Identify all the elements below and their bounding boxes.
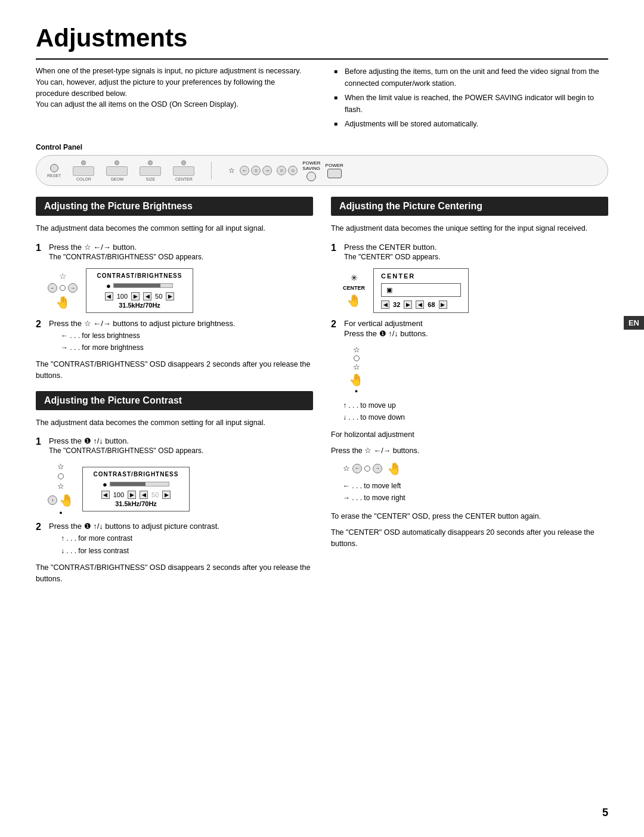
- osd-bar1: [113, 283, 173, 288]
- step1-osd-note: The "CONTRAST/BRIGHTNESS" OSD appears.: [49, 253, 313, 261]
- contrast-sub2: ↓ . . . for less contrast: [61, 545, 313, 557]
- osd-bar-row1: ●: [94, 281, 185, 290]
- centering-header: Adjusting the Picture Centering: [331, 197, 608, 216]
- vert-diagram: ☆ ☆ 🤚 ●: [349, 345, 608, 394]
- brightness-step2: 2 Press the ☆ ←/→ buttons to adjust pict…: [36, 319, 313, 354]
- step-num-2b: 2: [36, 319, 45, 354]
- cp-arr-left: ←: [240, 166, 249, 175]
- cp-color-btn: COLOR: [73, 160, 94, 181]
- step2b-content: Press the ☆ ←/→ buttons to adjust pictur…: [49, 319, 313, 354]
- center-osd-inner: ▣: [381, 283, 461, 297]
- centering-step1-content: Press the CENTER button. The "CENTER" OS…: [344, 243, 608, 262]
- contrast-osd-icons: ☆ ☆ ↑ 🤚 ●: [48, 462, 74, 516]
- brightness-header: Adjusting the Picture Brightness: [36, 197, 313, 216]
- osd-val1: 100: [117, 293, 128, 300]
- left-arrow-icon: ←: [48, 283, 57, 293]
- intro-section: When one of the preset-type signals is i…: [36, 66, 608, 132]
- osd-title: CONTRAST/BRIGHTNESS: [94, 272, 185, 279]
- sun-icon-c2: ☆: [57, 482, 64, 491]
- intro-left: When one of the preset-type signals is i…: [36, 66, 310, 132]
- cp-center-btn: CENTER: [173, 160, 194, 181]
- contrast-step2-text: Press the ❶ ↑/↓ buttons to adjust pictur…: [49, 522, 313, 531]
- left-column: Adjusting the Picture Brightness The adj…: [36, 197, 313, 589]
- page-number: 5: [602, 807, 608, 819]
- centering-step2-text: For vertical adjustment: [344, 319, 608, 328]
- cp-vert-arrows: ○ ○: [277, 166, 298, 175]
- intro-p3: You can adjust the all items on the OSD …: [36, 99, 310, 110]
- erase-note1: To erase the "CENTER" OSD, press the CEN…: [331, 511, 608, 522]
- intro-bullets: Before adjusting the items, turn on the …: [334, 66, 608, 130]
- osd-freq: 31.5kHz/70Hz: [94, 302, 185, 309]
- osd-values-row1: ◀ 100 ▶ ◀ 50 ▶: [94, 292, 185, 300]
- sun-icon-osd: ☆: [59, 271, 67, 281]
- contrast-body: The adjustment data becomes the common s…: [36, 417, 313, 429]
- centering-step1: 1 Press the CENTER button. The "CENTER" …: [331, 243, 608, 262]
- osd-bar1-fill: [114, 284, 160, 287]
- brightness-note: The "CONTRAST/BRIGHTNESS" OSD disappears…: [36, 359, 313, 382]
- contrast-bar-fill: [110, 482, 145, 486]
- power-saving-indicator: [306, 172, 316, 181]
- cp-nav-arrows: ← ○ →: [240, 166, 272, 175]
- intro-bullet-3: Adjustments will be stored automatically…: [334, 118, 608, 130]
- contrast-vert-arrows: ↑ 🤚: [48, 493, 74, 507]
- up-arr: ↑: [48, 495, 57, 505]
- cen-right2: ▶: [439, 300, 447, 309]
- step1-text: Press the ☆ ←/→ button.: [49, 243, 313, 252]
- contrast-osd-values: ◀ 100 ▶ ◀ 50 ▶: [90, 491, 182, 499]
- c-osd-right1: ▶: [128, 491, 136, 499]
- contrast-step1-text: Press the ❶ ↑/↓ button.: [49, 436, 313, 445]
- center-label-sm: CENTER: [343, 285, 365, 291]
- center-sun-icon: ✳: [351, 273, 358, 283]
- hand-icon: 🤚: [55, 295, 70, 309]
- centering-step2-content: For vertical adjustment Press the ❶ ↑/↓ …: [344, 319, 608, 339]
- hand-icon-center: 🤚: [346, 293, 361, 308]
- osd-left-btn2: ◀: [143, 292, 151, 300]
- osd-right-btn2: ▶: [166, 292, 174, 300]
- erase-note2: The "CENTER" OSD automatically disappear…: [331, 527, 608, 550]
- center-osd-icons: ✳ CENTER 🤚: [343, 273, 365, 308]
- control-panel-diagram: RESET COLOR GEOM SIZE CENTER ☆ ← ○ → ○ ○…: [36, 155, 608, 186]
- brightness-body: The adjustment data becomes the common s…: [36, 223, 313, 234]
- center-val2: 68: [428, 301, 435, 308]
- contrast-bar-row: ●: [90, 480, 182, 489]
- cp-size-btn: SIZE: [140, 160, 161, 181]
- centering-step2-sub: Press the ❶ ↑/↓ buttons.: [344, 329, 608, 338]
- vert-circle1: [354, 355, 360, 361]
- contrast-dot: ●: [103, 480, 107, 489]
- centering-body: The adjustment data becomes the unique s…: [331, 223, 608, 234]
- osd-left-btn: ◀: [105, 292, 113, 300]
- vert-sub-steps: ↑ . . . to move up ↓ . . . to move down: [343, 400, 608, 423]
- horiz-sub-steps: ← . . . to move left → . . . to move rig…: [343, 480, 608, 504]
- contrast-osd-title: CONTRAST/BRIGHTNESS: [90, 471, 182, 478]
- contrast-osd-box: CONTRAST/BRIGHTNESS ● ◀ 100 ▶ ◀ 50 ▶: [82, 467, 190, 512]
- horiz-right-txt: → . . . to move right: [343, 492, 608, 504]
- sub-step-less: ← . . . for less brightness: [61, 330, 313, 342]
- horiz-left-txt: ← . . . to move left: [343, 480, 608, 492]
- h-hand: 🤚: [387, 461, 402, 476]
- horiz-label: For holizontal adjustment: [331, 429, 608, 441]
- contrast-osd-diagram: ☆ ☆ ↑ 🤚 ● CONTRAST/BRIGHTNESS ●: [48, 462, 313, 516]
- step2b-text: Press the ☆ ←/→ buttons to adjust pictur…: [49, 319, 313, 328]
- h-arr-left: ←: [352, 464, 362, 473]
- osd-val2: 50: [155, 293, 162, 300]
- sun-icon: ☆: [228, 166, 235, 175]
- center-osd-diagram: ✳ CENTER 🤚 CENTER ▣ ◀ 32 ▶ ◀ 68 ▶: [343, 268, 608, 313]
- contrast-step1-content: Press the ❶ ↑/↓ button. The "CONTRAST/BR…: [49, 436, 313, 456]
- osd-left-icons: ☆ ← → 🤚: [48, 271, 78, 309]
- center-osd-title: CENTER: [381, 272, 461, 280]
- contrast-osd-freq: 31.5kHz/70Hz: [90, 500, 182, 507]
- c-osd-left2: ◀: [140, 491, 148, 499]
- dot-icon-c: ●: [59, 510, 62, 516]
- contrast-step1: 1 Press the ❶ ↑/↓ button. The "CONTRAST/…: [36, 436, 313, 456]
- contrast-step1-osd: The "CONTRAST/BRIGHTNESS" OSD appears.: [49, 447, 313, 455]
- centering-section: Adjusting the Picture Centering The adju…: [331, 197, 608, 549]
- brightness-step1: 1 Press the ☆ ←/→ button. The "CONTRAST/…: [36, 243, 313, 262]
- centering-step1-osd: The "CENTER" OSD appears.: [344, 253, 608, 261]
- sub-step-more: → . . . for more brightness: [61, 342, 313, 354]
- contrast-sub-steps: ↑ . . . for more contrast ↓ . . . for le…: [61, 533, 313, 556]
- horiz-diagram: ☆ ← → 🤚: [343, 461, 608, 476]
- cen-left2: ◀: [416, 300, 424, 309]
- main-content: Adjusting the Picture Brightness The adj…: [36, 197, 608, 589]
- h-sun: ☆: [343, 464, 350, 473]
- center-values-row: ◀ 32 ▶ ◀ 68 ▶: [381, 300, 461, 309]
